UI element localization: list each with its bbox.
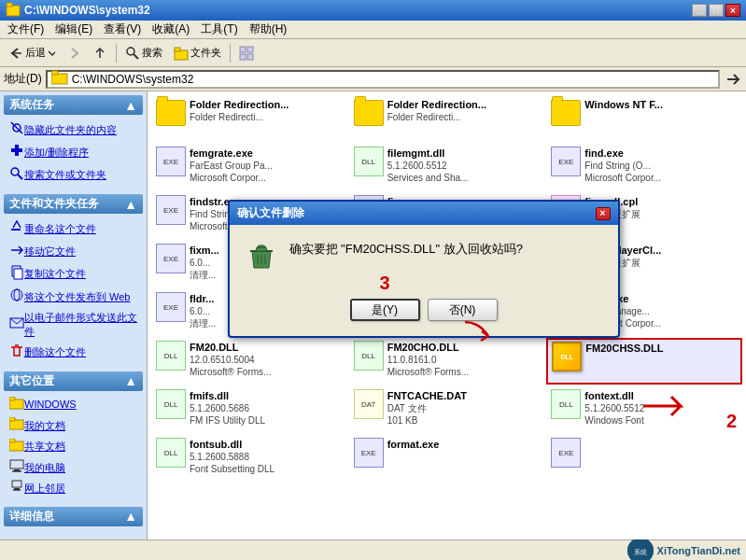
sidebar-link-my-docs[interactable]: 我的文档 [6,415,141,436]
sidebar-link-copy[interactable]: 复制这个文件 [6,263,141,286]
svg-point-21 [11,289,22,301]
network-label: 网上邻居 [24,482,65,496]
dialog-close-button[interactable]: × [596,207,611,220]
address-field[interactable]: C:\WINDOWS\system32 [46,70,720,89]
menu-view[interactable]: 查看(V) [98,21,147,38]
copy-label: 复制这个文件 [24,267,86,281]
title-bar-icon [6,2,21,20]
sidebar-link-hide[interactable]: 隐藏此文件夹的内容 [6,119,141,141]
sidebar-section-file-tasks: 文件和文件夹任务 ▲ 重命名这个文件 移动它文件 [4,194,143,368]
svg-rect-29 [9,439,15,442]
sidebar-content-system-tasks: 隐藏此文件夹的内容 添加/删除程序 搜索文件或文件夹 [4,115,143,190]
sidebar-header-details[interactable]: 详细信息 ▲ [4,507,143,526]
file-area: Folder Redirection... Folder Redirecti..… [148,91,746,539]
shared-docs-icon [9,439,24,455]
svg-point-16 [11,168,19,175]
search-button[interactable]: 搜索 [120,42,167,64]
menu-help[interactable]: 帮助(H) [244,21,293,38]
delete-label: 删除这个文件 [24,345,86,359]
sidebar-title-system-tasks: 系统任务 [9,97,54,113]
title-bar-text: C:\WINDOWS\system32 [24,4,150,17]
dialog-buttons: 3 是(Y) 否(N) [230,291,618,336]
svg-rect-30 [10,460,23,469]
menu-edit[interactable]: 编辑(E) [49,21,98,38]
svg-rect-9 [247,54,253,60]
email-label: 以电子邮件形式发送此文件 [24,311,137,340]
menu-tools[interactable]: 工具(T) [195,21,243,38]
back-button[interactable]: 后退 [4,42,60,64]
sidebar-link-my-computer[interactable]: 我的电脑 [6,457,141,478]
rename-label: 重命名这个文件 [24,222,96,236]
windows-label: WINDOWS [24,398,77,412]
my-computer-label: 我的电脑 [24,461,65,475]
sidebar-section-system-tasks: 系统任务 ▲ 隐藏此文件夹的内容 添加/删除程序 [4,95,143,190]
sidebar-content-details [4,526,143,539]
add-remove-icon [9,143,24,161]
svg-point-22 [14,289,20,301]
shared-docs-label: 共享文档 [24,440,65,454]
arrow-to-yes [456,317,502,357]
svg-line-17 [18,175,22,179]
address-go-btn[interactable] [724,70,742,89]
forward-button[interactable] [62,42,86,64]
sidebar-title-details: 详细信息 [9,509,54,525]
hide-label: 隐藏此文件夹的内容 [24,123,117,137]
sidebar-title-other-places: 其它位置 [9,373,54,389]
svg-line-3 [134,54,138,59]
address-label: 地址(D) [4,71,42,87]
svg-rect-27 [9,417,15,421]
sidebar-link-move[interactable]: 移动它文件 [6,241,141,263]
sidebar-link-search[interactable]: 搜索文件或文件夹 [6,164,141,187]
collapse-icon-other-places: ▲ [124,373,137,388]
sidebar-link-shared-docs[interactable]: 共享文档 [6,437,141,457]
sidebar-link-delete[interactable]: 删除这个文件 [6,342,141,364]
sidebar-header-system-tasks[interactable]: 系统任务 ▲ [4,95,143,115]
svg-rect-10 [51,74,67,84]
sidebar-link-web[interactable]: 将这个文件发布到 Web [6,286,141,308]
address-bar: 地址(D) C:\WINDOWS\system32 [0,67,746,91]
close-button[interactable]: × [725,4,740,17]
svg-rect-1 [7,3,12,7]
up-button[interactable] [88,42,112,64]
collapse-icon-file-tasks: ▲ [124,197,137,212]
sidebar-header-other-places[interactable]: 其它位置 ▲ [4,371,143,391]
sidebar-link-network[interactable]: 网上邻居 [6,478,141,498]
move-label: 移动它文件 [24,245,76,259]
search-label: 搜索 [142,46,162,60]
watermark-logo: 系统 [627,538,654,561]
sidebar-content-other-places: WINDOWS 我的文档 共享文档 [4,391,143,503]
dialog-trash-icon [245,240,278,276]
svg-rect-6 [240,47,246,52]
sidebar-header-file-tasks[interactable]: 文件和文件夹任务 ▲ [4,194,143,214]
sidebar-link-rename[interactable]: 重命名这个文件 [6,217,141,240]
sidebar-link-add-remove[interactable]: 添加/删除程序 [6,141,141,163]
svg-point-2 [127,48,134,55]
views-button[interactable] [234,42,259,64]
network-icon [9,480,24,497]
toolbar-separator-2 [230,44,231,63]
svg-rect-15 [15,145,19,156]
sidebar-title-file-tasks: 文件和文件夹任务 [9,196,99,212]
sidebar-content-file-tasks: 重命名这个文件 移动它文件 复制这个文件 [4,214,143,368]
svg-rect-7 [247,47,253,52]
folders-button[interactable]: 文件夹 [169,42,226,64]
move-icon [9,243,24,261]
sidebar-link-email[interactable]: 以电子邮件形式发送此文件 [6,309,141,342]
svg-rect-0 [7,6,20,16]
rename-icon [9,219,24,238]
minimize-button[interactable]: _ [692,4,707,17]
maximize-button[interactable]: □ [709,4,724,17]
menu-file[interactable]: 文件(F) [2,21,49,38]
delete-icon [9,343,24,362]
menu-favorites[interactable]: 收藏(A) [147,21,195,38]
hide-icon [9,120,24,139]
svg-rect-25 [9,397,15,400]
folders-label: 文件夹 [190,46,221,60]
yes-button[interactable]: 是(Y) [350,299,420,321]
my-docs-label: 我的文档 [24,419,65,433]
status-bar: 系统 XiTongTianDi.net [0,539,746,560]
toolbar: 后退 搜索 文件夹 [0,39,746,67]
sidebar-link-windows[interactable]: WINDOWS [6,395,141,415]
no-label: 否(N) [449,302,476,318]
sidebar: 系统任务 ▲ 隐藏此文件夹的内容 添加/删除程序 [0,91,148,539]
